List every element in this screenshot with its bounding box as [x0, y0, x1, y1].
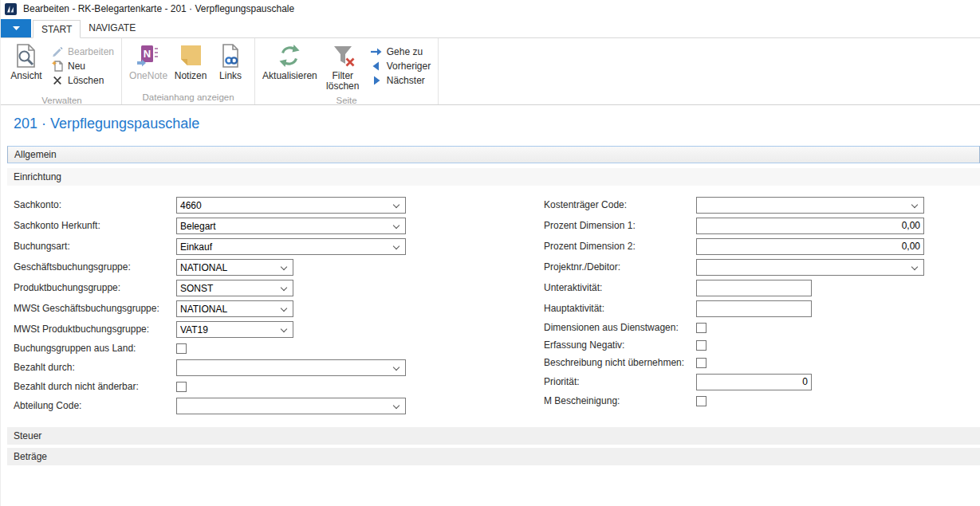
kostentraeger-code-input[interactable]	[697, 198, 907, 213]
onenote-button: N OneNote	[126, 40, 171, 81]
buchungsgruppen-aus-land-checkbox[interactable]	[176, 343, 187, 354]
erfassung-negativ-checkbox[interactable]	[696, 340, 706, 351]
sachkonto-herkunft-label: Sachkonto Herkunft:	[14, 220, 176, 231]
bezahlt-durch-nicht-aenderbar-checkbox[interactable]	[176, 382, 187, 392]
loeschen-button[interactable]: Löschen	[51, 73, 114, 88]
projektnr-debitor-label: Projektnr./Debitor:	[544, 261, 696, 273]
field-column-right: Kostenträger Code: Prozent Dimension 1: …	[544, 194, 927, 410]
kostentraeger-code-dropdown[interactable]	[696, 197, 924, 214]
vorheriger-button[interactable]: Vorheriger	[370, 59, 431, 73]
bezahlt-durch-input[interactable]	[177, 360, 389, 375]
next-triangle-icon	[370, 74, 387, 87]
erfassung-negativ-label: Erfassung Negativ:	[544, 339, 696, 351]
chevron-down-icon[interactable]	[281, 284, 287, 290]
kostentraeger-code-label: Kostenträger Code:	[544, 199, 696, 210]
m-bescheinigung-checkbox[interactable]	[696, 396, 706, 406]
abteilung-code-dropdown[interactable]	[176, 398, 406, 414]
produktbuchungsgruppe-input[interactable]	[177, 280, 277, 296]
field-row: Sachkonto Herkunft:	[14, 215, 408, 236]
links-button[interactable]: Links	[211, 40, 250, 81]
aktualisieren-button[interactable]: Aktualisieren	[259, 40, 321, 81]
bezahlt-durch-dropdown[interactable]	[176, 359, 406, 376]
buchungsgruppen-aus-land-label: Buchungsgruppen aus Land:	[14, 343, 176, 354]
mwst-geschaeftsbuchungsgruppe-input[interactable]	[177, 301, 277, 316]
app-menu-button[interactable]	[1, 19, 31, 37]
loeschen-label: Löschen	[68, 75, 104, 86]
geschaeftsbuchungsgruppe-input[interactable]	[177, 260, 277, 275]
gehe-zu-label: Gehe zu	[387, 46, 423, 57]
buchungsart-input[interactable]	[177, 239, 389, 254]
ribbon-tab-strip: START NAVIGATE	[1, 18, 980, 38]
sachkonto-dropdown[interactable]	[176, 197, 406, 214]
prioritaet-input[interactable]	[696, 374, 812, 390]
sachkonto-herkunft-dropdown[interactable]	[176, 218, 406, 234]
naechster-button[interactable]: Nächster	[370, 73, 431, 88]
produktbuchungsgruppe-label: Produktbuchungsgruppe:	[14, 282, 176, 293]
chevron-down-icon[interactable]	[281, 325, 287, 331]
previous-triangle-icon	[370, 60, 387, 73]
chevron-down-icon[interactable]	[911, 201, 918, 207]
mwst-produktbuchungsgruppe-input[interactable]	[177, 322, 277, 337]
chevron-down-icon[interactable]	[281, 263, 287, 269]
fasttab-allgemein[interactable]: Allgemein	[7, 146, 980, 163]
geschaeftsbuchungsgruppe-dropdown[interactable]	[176, 259, 293, 276]
sachkonto-herkunft-input[interactable]	[177, 218, 389, 233]
pencil-icon	[51, 45, 68, 58]
fasttab-steuer[interactable]: Steuer	[7, 427, 980, 445]
prozent-dimension-1-label: Prozent Dimension 1:	[544, 220, 696, 231]
projektnr-debitor-input[interactable]	[697, 260, 907, 275]
mwst-produktbuchungsgruppe-dropdown[interactable]	[176, 321, 293, 338]
chevron-down-icon[interactable]	[393, 363, 399, 370]
chevron-down-icon[interactable]	[393, 402, 399, 408]
chevron-down-icon[interactable]	[911, 263, 918, 269]
beschreibung-nicht-uebernehmen-checkbox[interactable]	[696, 358, 706, 368]
field-row: Sachkonto:	[14, 194, 408, 215]
buchungsart-dropdown[interactable]	[176, 238, 406, 255]
abteilung-code-label: Abteilung Code:	[14, 400, 176, 411]
hauptaktivitaet-input[interactable]	[696, 300, 812, 317]
neu-button[interactable]: Neu	[51, 59, 114, 73]
group-label-dateianhang: Dateianhang anzeigen	[122, 92, 254, 104]
chevron-down-icon[interactable]	[393, 242, 399, 249]
onenote-label: OneNote	[129, 71, 167, 81]
ansicht-label: Ansicht	[10, 71, 41, 81]
svg-text:N: N	[144, 48, 151, 60]
prozent-dimension-2-input[interactable]	[696, 238, 924, 255]
filter-loeschen-button[interactable]: Filter löschen	[321, 40, 365, 92]
sticky-note-icon	[178, 43, 203, 69]
mwst-geschaeftsbuchungsgruppe-dropdown[interactable]	[176, 300, 293, 317]
gehe-zu-button[interactable]: Gehe zu	[370, 45, 431, 59]
goto-arrow-icon	[370, 45, 387, 58]
field-row: Bezahlt durch nicht änderbar:	[14, 378, 408, 395]
projektnr-debitor-dropdown[interactable]	[696, 259, 924, 276]
links-label: Links	[219, 71, 242, 81]
m-bescheinigung-label: M Bescheinigung:	[544, 395, 696, 406]
produktbuchungsgruppe-dropdown[interactable]	[176, 280, 293, 296]
field-row: Buchungsgruppen aus Land:	[14, 339, 408, 357]
fasttab-betraege[interactable]: Beträge	[7, 448, 980, 465]
tab-start[interactable]: START	[33, 20, 81, 38]
nav-logo-icon	[5, 3, 17, 15]
field-row: Buchungsart:	[14, 236, 408, 257]
notizen-button[interactable]: Notizen	[171, 40, 211, 81]
ribbon-group-dateianhang: N OneNote Notizen Links Dateianhang anze…	[122, 38, 255, 104]
dimensionen-aus-dienstwagen-label: Dimensionen aus Dienstwagen:	[544, 322, 696, 333]
chevron-down-icon[interactable]	[393, 201, 399, 207]
title-bar: Bearbeiten - RK-Belegartenkarte - 201 · …	[1, 0, 980, 18]
buchungsart-label: Buchungsart:	[14, 241, 176, 252]
dimensionen-aus-dienstwagen-checkbox[interactable]	[696, 323, 706, 333]
refresh-icon	[277, 43, 302, 69]
field-row: Beschreibung nicht übernehmen:	[544, 354, 927, 371]
ansicht-button[interactable]: Ansicht	[6, 40, 46, 81]
unteraktivitaet-input[interactable]	[696, 280, 812, 296]
chevron-down-icon[interactable]	[281, 304, 287, 311]
new-document-icon	[51, 60, 68, 73]
prozent-dimension-1-input[interactable]	[696, 218, 924, 234]
sachkonto-input[interactable]	[177, 198, 389, 213]
tab-navigate[interactable]: NAVIGATE	[81, 19, 144, 37]
page-title: 201 · Verpflegungspauschale	[14, 116, 199, 132]
abteilung-code-input[interactable]	[177, 398, 389, 414]
chevron-down-icon[interactable]	[393, 222, 399, 228]
field-row: Prozent Dimension 2:	[544, 236, 927, 257]
view-magnifier-icon	[14, 43, 39, 69]
